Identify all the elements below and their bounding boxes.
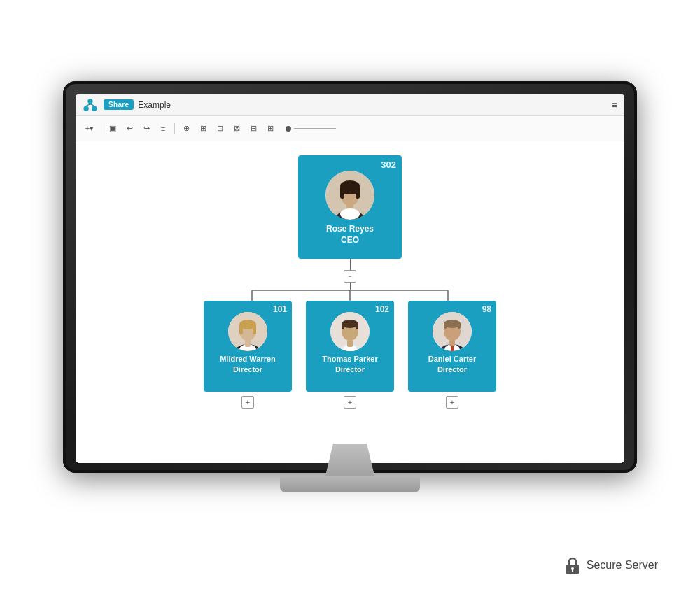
zoom-slider-area[interactable] <box>286 126 336 132</box>
toolbar-btn-list[interactable]: ≡ <box>156 122 170 136</box>
toolbar-btn-layout[interactable]: ⊞ <box>196 122 210 136</box>
dir2-id: 102 <box>375 304 389 314</box>
expand-button-2[interactable]: + <box>344 396 356 409</box>
secure-server-label: Secure Server <box>587 559 658 572</box>
svg-line-3 <box>86 104 90 106</box>
svg-rect-13 <box>356 186 360 199</box>
dir2-avatar <box>330 312 370 351</box>
app-logo-icon <box>83 97 98 113</box>
org-chart: 302 <box>203 155 497 409</box>
svg-rect-37 <box>451 346 454 351</box>
zoom-handle[interactable] <box>286 126 291 132</box>
ceo-title: CEO <box>341 235 359 245</box>
svg-line-4 <box>90 104 94 106</box>
dir3-id: 98 <box>482 304 491 314</box>
monitor-stand-base <box>280 476 420 492</box>
content-area: 302 <box>76 141 624 463</box>
toolbar-btn-1[interactable]: ▣ <box>106 122 120 136</box>
dir3-title: Director <box>438 365 467 374</box>
director-col-1: 101 <box>204 301 292 409</box>
ceo-connector: − <box>344 259 356 290</box>
svg-rect-25 <box>253 325 256 334</box>
toolbar: +▾ ▣ ↩ ↪ ≡ ⊕ ⊞ ⊡ ⊠ ⊟ ⊞ <box>76 116 624 141</box>
director-col-3: 98 <box>408 301 496 409</box>
toolbar-sep-1 <box>101 123 102 134</box>
svg-rect-41 <box>444 324 447 329</box>
toolbar-btn-connect[interactable]: ⊕ <box>179 122 193 136</box>
dir1-name: Mildred Warren <box>220 355 276 364</box>
toolbar-btn-export[interactable]: ⊠ <box>230 122 244 136</box>
dir3-avatar <box>433 312 472 351</box>
ceo-id: 302 <box>381 159 396 170</box>
svg-point-2 <box>92 106 97 111</box>
share-button[interactable]: Share <box>104 99 134 110</box>
ceo-card[interactable]: 302 <box>298 155 402 259</box>
collapse-button[interactable]: − <box>344 270 356 283</box>
dir1-id: 101 <box>273 304 287 314</box>
monitor: Share Example ≡ +▾ ▣ ↩ ↪ ≡ ⊕ ⊞ ⊡ ⊠ <box>63 81 637 515</box>
monitor-bezel: Share Example ≡ +▾ ▣ ↩ ↪ ≡ ⊕ ⊞ ⊡ ⊠ <box>63 81 637 473</box>
expand-button-1[interactable]: + <box>241 396 254 409</box>
director-card-2[interactable]: 102 <box>306 301 394 392</box>
menu-icon[interactable]: ≡ <box>612 99 617 111</box>
svg-rect-24 <box>239 325 243 334</box>
svg-point-0 <box>88 99 92 104</box>
svg-rect-42 <box>458 324 461 329</box>
director-col-2: 102 <box>306 301 394 409</box>
svg-rect-32 <box>342 324 344 329</box>
ceo-name: Rose Reyes <box>326 224 374 234</box>
toolbar-btn-fit[interactable]: ⊡ <box>213 122 227 136</box>
svg-point-1 <box>83 106 88 111</box>
page-wrapper: Share Example ≡ +▾ ▣ ↩ ↪ ≡ ⊕ ⊞ ⊡ ⊠ <box>0 0 700 596</box>
toolbar-btn-undo[interactable]: ↩ <box>122 122 136 136</box>
ceo-avatar <box>326 171 374 220</box>
svg-rect-12 <box>340 186 344 199</box>
svg-point-8 <box>340 208 360 220</box>
director-card-1[interactable]: 101 <box>204 301 292 392</box>
dir2-name: Thomas Parker <box>322 355 377 364</box>
dir1-avatar <box>228 312 267 351</box>
toolbar-btn-share2[interactable]: ⊞ <box>263 122 277 136</box>
director-card-3[interactable]: 98 <box>408 301 496 392</box>
monitor-screen: Share Example ≡ +▾ ▣ ↩ ↪ ≡ ⊕ ⊞ ⊡ ⊠ <box>76 94 624 463</box>
add-button[interactable]: +▾ <box>83 122 97 136</box>
toolbar-btn-redo[interactable]: ↪ <box>139 122 153 136</box>
svg-rect-29 <box>347 340 353 347</box>
toolbar-btn-settings[interactable]: ⊟ <box>246 122 260 136</box>
vert-line-1 <box>350 259 351 270</box>
svg-rect-33 <box>356 324 358 329</box>
dir1-title: Director <box>233 365 262 374</box>
toolbar-sep-2 <box>174 123 175 134</box>
vert-line-2 <box>350 283 351 290</box>
svg-rect-21 <box>245 340 251 347</box>
secure-server-badge: Secure Server <box>564 555 658 575</box>
lock-icon <box>564 555 581 575</box>
titlebar: Share Example ≡ <box>76 94 624 116</box>
svg-rect-45 <box>572 569 573 572</box>
dir3-name: Daniel Carter <box>428 355 476 364</box>
zoom-track <box>294 128 336 129</box>
tree-connector-svg <box>203 290 497 301</box>
app-title: Example <box>138 100 171 110</box>
directors-row: 101 <box>204 301 496 409</box>
dir2-title: Director <box>335 365 365 374</box>
expand-button-3[interactable]: + <box>446 396 458 409</box>
